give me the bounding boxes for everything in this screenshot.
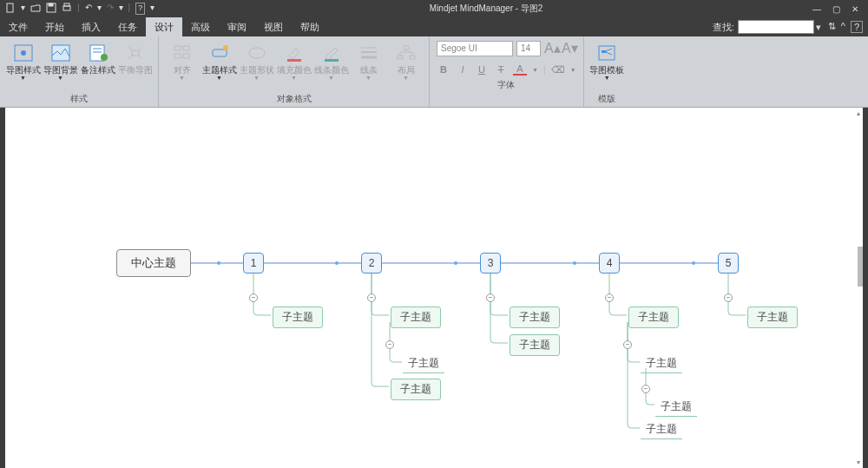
menu-view[interactable]: 视图 [255, 17, 292, 37]
print-icon[interactable] [62, 3, 72, 15]
collapse-ribbon-icon[interactable]: ^ [841, 21, 845, 33]
menu-home[interactable]: 开始 [36, 17, 73, 37]
svg-line-13 [128, 47, 132, 50]
line-button: 线条▼ [351, 40, 386, 81]
map-template-button[interactable]: 导图模板 ▼ [589, 40, 625, 81]
font-size-input[interactable] [516, 41, 541, 56]
sub-topic-node[interactable]: 子主题 [403, 354, 444, 373]
help-icon[interactable]: ? [135, 3, 145, 15]
sub-topic-node[interactable]: 子主题 [510, 334, 560, 356]
fill-color-icon [282, 42, 306, 64]
font-color-button[interactable]: A [513, 63, 527, 76]
sub-topic-node[interactable]: 子主题 [391, 307, 441, 328]
menu-task[interactable]: 任务 [109, 17, 146, 37]
search-input[interactable] [738, 20, 814, 34]
menu-advanced[interactable]: 高级 [182, 17, 219, 37]
svg-rect-33 [602, 50, 606, 53]
chevron-down-icon: ▼ [328, 75, 334, 81]
sub-topic-node[interactable]: 子主题 [273, 307, 323, 328]
collapse-toggle[interactable]: − [605, 293, 614, 302]
search-dropdown-icon[interactable]: ▾ [816, 22, 821, 33]
help-dropdown-icon[interactable]: ▾ [150, 3, 155, 15]
open-icon[interactable] [30, 3, 41, 15]
menu-insert[interactable]: 插入 [73, 17, 109, 37]
strikethrough-button[interactable]: T [494, 64, 508, 75]
save-icon[interactable] [46, 3, 56, 15]
svg-point-39 [454, 261, 457, 265]
collapse-toggle[interactable]: − [623, 340, 632, 349]
close-button[interactable]: ✕ [851, 4, 859, 14]
redo-icon[interactable]: ↷ [107, 3, 114, 15]
underline-button[interactable]: U [475, 64, 489, 75]
font-grow-icon[interactable]: A▴ [544, 40, 558, 56]
maximize-button[interactable]: ▢ [832, 4, 840, 14]
svg-rect-3 [63, 6, 70, 10]
main-topic-node[interactable]: 5 [718, 253, 739, 274]
qat-dropdown-icon[interactable]: ▾ [21, 3, 25, 15]
topic-style-icon [207, 42, 232, 64]
balance-map-button: 平衡导图 [117, 40, 153, 75]
chevron-down-icon: ▼ [253, 75, 260, 81]
undo-dropdown-icon[interactable]: ▾ [97, 3, 102, 15]
sub-topic-node[interactable]: 子主题 [641, 420, 682, 439]
search-label: 查找: [713, 21, 734, 34]
ribbon-group-label: 对象格式 [159, 93, 429, 107]
sub-topic-node[interactable]: 子主题 [628, 307, 679, 328]
main-topic-node[interactable]: 4 [599, 253, 620, 274]
menu-help[interactable]: 帮助 [292, 17, 328, 37]
clear-format-dropdown-icon[interactable]: ▼ [570, 67, 576, 73]
main-topic-node[interactable]: 3 [480, 253, 501, 274]
align-button: 对齐▼ [164, 40, 200, 81]
menu-design[interactable]: 设计 [146, 17, 182, 37]
canvas-area[interactable]: 中心主题 1 2 3 4 5 − − − − − − − − 子主题 子主题 子… [0, 108, 868, 468]
redo-dropdown-icon[interactable]: ▾ [119, 3, 123, 15]
minimize-button[interactable]: — [812, 4, 821, 14]
font-name-input[interactable] [437, 41, 513, 56]
sub-topic-node[interactable]: 子主题 [391, 379, 441, 400]
notes-style-button[interactable]: 备注样式 [80, 40, 115, 75]
collapse-toggle[interactable]: − [249, 293, 258, 302]
svg-point-23 [249, 48, 265, 58]
svg-rect-18 [183, 46, 189, 50]
collapse-toggle[interactable]: − [641, 385, 650, 393]
chevron-down-icon: ▼ [216, 75, 222, 81]
svg-point-38 [335, 261, 339, 265]
sub-topic-node[interactable]: 子主题 [641, 354, 682, 373]
svg-point-11 [101, 54, 108, 61]
sub-topic-node[interactable]: 子主题 [510, 307, 560, 328]
collapse-toggle[interactable]: − [367, 293, 376, 302]
chevron-down-icon: ▼ [604, 75, 610, 81]
svg-rect-32 [599, 46, 615, 60]
svg-rect-21 [213, 49, 227, 56]
scroll-down-icon[interactable]: ▾ [857, 458, 860, 466]
chevron-down-icon: ▼ [57, 75, 63, 81]
ribbon-group-style: 导图样式 ▼ 导图背景 ▼ 备注样式 平衡导图 样式 [0, 36, 159, 107]
clear-format-button[interactable]: ⌫ [551, 64, 565, 76]
center-topic-node[interactable]: 中心主题 [116, 249, 191, 277]
scrollbar-thumb[interactable] [858, 247, 863, 287]
undo-icon[interactable]: ↶ [85, 3, 92, 15]
svg-rect-31 [410, 56, 415, 59]
svg-line-15 [128, 56, 132, 59]
sub-topic-node[interactable]: 子主题 [655, 398, 697, 417]
font-shrink-icon[interactable]: A▾ [562, 40, 575, 56]
svg-rect-4 [64, 3, 69, 6]
collapse-toggle[interactable]: − [486, 293, 495, 302]
collapse-toggle[interactable]: − [385, 340, 394, 349]
bold-button[interactable]: B [437, 64, 450, 75]
main-topic-node[interactable]: 2 [361, 253, 382, 274]
topic-style-button[interactable]: 主题样式▼ [201, 40, 237, 81]
scroll-up-icon[interactable]: ▴ [857, 109, 860, 117]
new-doc-icon[interactable] [5, 3, 16, 15]
sub-topic-node[interactable]: 子主题 [747, 307, 798, 328]
font-color-dropdown-icon[interactable]: ▼ [532, 67, 538, 73]
menu-file[interactable]: 文件 [0, 17, 36, 37]
italic-button[interactable]: I [456, 64, 470, 75]
collapse-toggle[interactable]: − [724, 293, 733, 302]
main-topic-node[interactable]: 1 [243, 253, 264, 274]
link-icon[interactable]: ⇅ [828, 21, 836, 33]
map-style-button[interactable]: 导图样式 ▼ [5, 40, 41, 81]
help-icon[interactable]: ? [851, 21, 863, 33]
map-background-button[interactable]: 导图背景 ▼ [43, 40, 78, 81]
menu-review[interactable]: 审阅 [219, 17, 255, 37]
